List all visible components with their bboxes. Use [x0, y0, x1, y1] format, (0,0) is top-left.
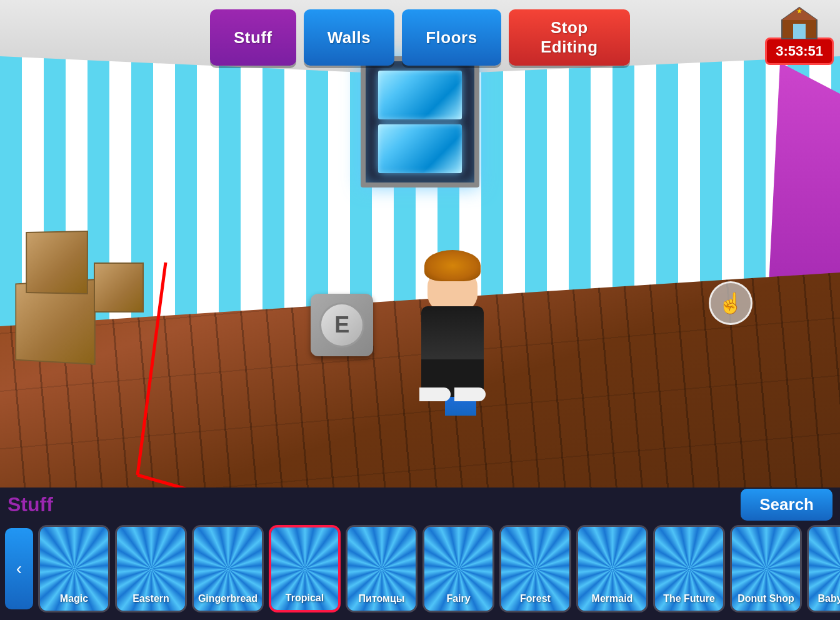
window-pane-top — [378, 71, 462, 119]
category-label-eastern: Eastern — [132, 592, 169, 604]
category-card-donut-shop[interactable]: Donut Shop — [730, 525, 802, 612]
char-shoe-left — [419, 388, 451, 401]
category-label-fairy: Fairy — [446, 592, 470, 604]
top-toolbar: Stuff Walls Floors Stop Editing — [210, 9, 630, 66]
category-label-pitomcy: Питомцы — [359, 592, 405, 604]
character — [412, 250, 493, 388]
boxes-container — [0, 188, 125, 362]
game-viewport: E ☝ — [0, 0, 840, 488]
timer-house-icon — [781, 6, 818, 41]
e-key-letter: E — [334, 312, 349, 338]
category-card-forest[interactable]: Forest — [499, 525, 571, 612]
category-card-the-future[interactable]: The Future — [653, 525, 725, 612]
stuff-button[interactable]: Stuff — [210, 9, 296, 66]
panel-title: Stuff — [8, 493, 53, 516]
stop-editing-button[interactable]: Stop Editing — [509, 9, 630, 66]
window — [361, 56, 479, 188]
timer-display: 3:53:51 — [765, 38, 834, 65]
category-card-gingerbread[interactable]: Gingerbread — [192, 525, 264, 612]
e-key-block: E — [311, 294, 373, 356]
nav-arrow-left[interactable]: ‹ — [5, 528, 33, 609]
hand-pointer-button[interactable]: ☝ — [709, 281, 752, 325]
search-button[interactable]: Search — [741, 489, 832, 521]
category-card-tropical[interactable]: Tropical — [269, 525, 341, 612]
category-card-fairy[interactable]: Fairy — [422, 525, 494, 612]
category-label-mermaid: Mermaid — [592, 592, 633, 604]
svg-rect-5 — [793, 24, 806, 39]
category-card-pitomcy[interactable]: Питомцы — [346, 525, 418, 612]
category-label-donut-shop: Donut Shop — [738, 592, 794, 604]
bottom-panel: Stuff Search ‹ MagicEasternGingerbreadTr… — [0, 488, 840, 620]
category-label-forest: Forest — [520, 592, 551, 604]
box-small — [94, 262, 144, 312]
floors-button[interactable]: Floors — [402, 9, 501, 66]
bottom-header: Stuff Search — [0, 488, 840, 522]
hand-pointer-icon: ☝ — [718, 291, 743, 315]
category-card-mermaid[interactable]: Mermaid — [576, 525, 648, 612]
char-body — [421, 306, 484, 362]
category-label-baby-stuff: Baby Stuff — [818, 592, 841, 604]
category-card-baby-stuff[interactable]: Baby Stuff — [807, 525, 840, 612]
box-medium — [26, 231, 88, 294]
category-label-the-future: The Future — [663, 592, 715, 604]
category-card-magic[interactable]: Magic — [38, 525, 110, 612]
e-key-circle: E — [319, 302, 364, 348]
timer-widget: 3:53:51 — [765, 6, 834, 65]
category-card-eastern[interactable]: Eastern — [115, 525, 187, 612]
walls-button[interactable]: Walls — [304, 9, 394, 66]
category-label-tropical: Tropical — [286, 592, 324, 604]
window-pane-bottom — [378, 124, 462, 173]
char-hair — [424, 250, 481, 281]
char-shoe-right — [454, 388, 486, 401]
categories-row: ‹ MagicEasternGingerbreadTropicalПитомцы… — [0, 522, 840, 616]
category-label-magic: Magic — [60, 592, 88, 604]
category-label-gingerbread: Gingerbread — [198, 592, 258, 604]
